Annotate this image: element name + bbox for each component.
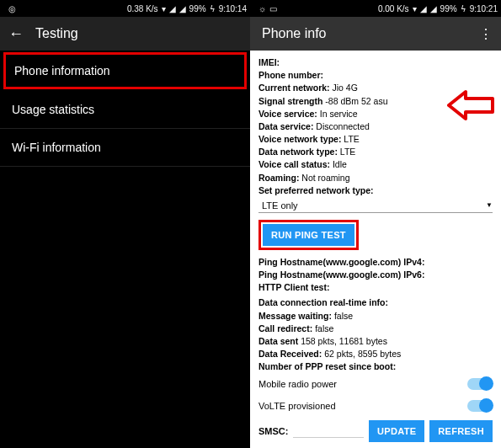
back-icon[interactable]: ← <box>8 26 24 41</box>
roaming-label: Roaming: <box>258 173 299 183</box>
phone-info-content: IMEI: Phone number: Current network: Jio… <box>250 51 501 448</box>
sun-icon: ☼ <box>258 4 266 13</box>
volte-toggle[interactable] <box>467 400 493 412</box>
smsc-label: SMSC: <box>258 426 288 436</box>
status-bar: ☼ ▭ 0.00 K/s ▾ ◢ ◢ 99% ϟ 9:10:21 <box>250 0 501 17</box>
signal-icon-2: ◢ <box>430 4 437 13</box>
signal-icon: ◢ <box>420 4 427 13</box>
data-received-label: Data Received: <box>258 349 322 359</box>
ping-ipv6-label: Ping Hostname(www.google.com) IPv6: <box>258 269 424 280</box>
voice-call-status-value: Idle <box>333 159 347 169</box>
current-network-value: Jio 4G <box>333 83 358 93</box>
ppp-reset-label: Number of PPP reset since boot: <box>258 361 396 371</box>
action-bar: ← Testing <box>0 17 250 51</box>
menu-item-phone-information[interactable]: Phone information <box>6 55 244 87</box>
wifi-icon: ▾ <box>413 4 417 13</box>
refresh-button[interactable]: REFRESH <box>429 420 493 442</box>
voice-call-status-label: Voice call status: <box>258 159 330 169</box>
voice-network-type-value: LTE <box>344 134 359 144</box>
bolt-icon: ϟ <box>461 4 466 13</box>
bolt-icon: ϟ <box>210 4 216 13</box>
voice-network-type-label: Voice network type: <box>258 134 341 144</box>
action-bar: Phone info ⋮ <box>250 17 501 51</box>
smsc-input[interactable] <box>293 424 364 438</box>
data-received-value: 62 pkts, 8595 bytes <box>324 349 401 359</box>
data-service-label: Data service: <box>258 121 313 131</box>
roaming-value: Not roaming <box>301 173 349 183</box>
data-network-type-value: LTE <box>340 147 355 157</box>
annotation-highlight: RUN PING TEST <box>258 220 359 250</box>
location-icon: ◎ <box>8 4 16 13</box>
page-title: Phone info <box>262 26 327 41</box>
battery-percent: 99% <box>440 4 457 13</box>
status-bar: ◎ 0.38 K/s ▾ ◢ ◢ 99% ϟ 9:10:14 <box>0 0 250 17</box>
network-speed: 0.00 K/s <box>378 4 409 13</box>
preferred-network-value: LTE only <box>262 200 298 211</box>
run-ping-test-button[interactable]: RUN PING TEST <box>263 224 354 246</box>
call-redirect-value: false <box>315 323 333 333</box>
image-icon: ▭ <box>269 4 277 13</box>
voice-service-value: In service <box>320 109 358 119</box>
message-waiting-value: false <box>334 311 353 321</box>
testing-screen: ◎ 0.38 K/s ▾ ◢ ◢ 99% ϟ 9:10:14 ← Testing… <box>0 0 250 448</box>
voice-service-label: Voice service: <box>258 109 317 119</box>
signal-strength-label: Signal strength <box>258 96 322 106</box>
phone-info-screen: ☼ ▭ 0.00 K/s ▾ ◢ ◢ 99% ϟ 9:10:21 Phone i… <box>250 0 501 448</box>
data-service-value: Disconnected <box>316 121 370 131</box>
imei-label: IMEI: <box>258 57 280 67</box>
page-title: Testing <box>35 26 78 41</box>
preferred-network-spinner[interactable]: LTE only ▼ <box>258 197 493 213</box>
volte-label: VoLTE provisioned <box>258 401 336 411</box>
network-speed: 0.38 K/s <box>127 4 158 13</box>
mobile-radio-toggle[interactable] <box>467 378 493 390</box>
menu-item-usage-statistics[interactable]: Usage statistics <box>0 91 250 129</box>
menu-item-wifi-information[interactable]: Wi-Fi information <box>0 129 250 167</box>
mobile-radio-label: Mobile radio power <box>258 379 337 389</box>
update-button[interactable]: UPDATE <box>369 420 424 442</box>
call-redirect-label: Call redirect: <box>258 323 312 333</box>
annotation-highlight: Phone information <box>3 52 247 89</box>
data-sent-value: 158 pkts, 11681 bytes <box>301 336 387 346</box>
message-waiting-label: Message waiting: <box>258 311 332 321</box>
clock: 9:10:14 <box>219 4 247 13</box>
data-network-type-label: Data network type: <box>258 147 338 157</box>
data-sent-label: Data sent <box>258 336 298 346</box>
preferred-network-label: Set preferred network type: <box>258 185 374 195</box>
realtime-info-label: Data connection real-time info: <box>258 297 388 307</box>
signal-strength-value: -88 dBm 52 asu <box>325 96 387 106</box>
http-client-test-label: HTTP Client test: <box>258 282 329 292</box>
current-network-label: Current network: <box>258 83 330 93</box>
dropdown-icon: ▼ <box>486 201 493 209</box>
battery-percent: 99% <box>189 4 206 13</box>
signal-icon: ◢ <box>169 4 176 13</box>
ping-ipv4-label: Ping Hostname(www.google.com) IPv4: <box>258 257 424 267</box>
overflow-menu-icon[interactable]: ⋮ <box>479 26 493 42</box>
signal-icon-2: ◢ <box>179 4 186 13</box>
clock: 9:10:21 <box>470 4 498 13</box>
wifi-icon: ▾ <box>162 4 166 13</box>
phone-number-label: Phone number: <box>258 70 323 80</box>
